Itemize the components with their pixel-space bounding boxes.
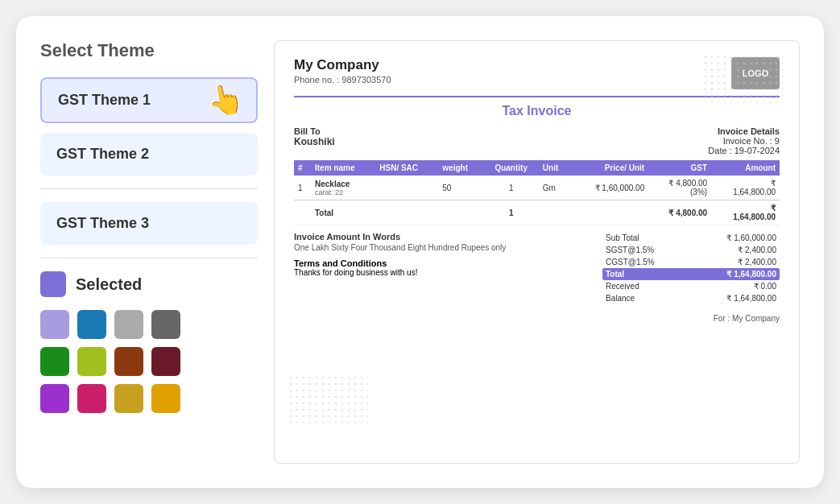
row-amount: ₹1,64,800.00 <box>711 176 780 200</box>
theme-divider <box>40 188 258 189</box>
invoice-title: Tax Invoice <box>294 104 780 118</box>
bill-to-section: Bill To Koushiki <box>294 126 335 155</box>
bill-details-row: Bill To Koushiki Invoice Details Invoice… <box>294 126 780 155</box>
invoice-panel: My Company Phone no. : 9897303570 LOGO T… <box>274 40 800 464</box>
total-empty-1 <box>294 200 311 225</box>
color-swatch-11[interactable] <box>151 384 180 413</box>
total-empty-2 <box>375 200 438 225</box>
total-row: Total 1 ₹ 4,800.00 ₹1,64,800.00 <box>294 200 780 225</box>
summary-row: Invoice Amount In Words One Lakh Sixty F… <box>294 232 780 304</box>
amount-words-label: Invoice Amount In Words <box>294 232 506 242</box>
row-price: ₹ 1,60,000.00 <box>571 176 649 200</box>
theme-option-3[interactable]: GST Theme 3 <box>40 202 258 245</box>
col-qty: Quantity <box>484 160 539 176</box>
col-amount: Amount <box>711 160 780 176</box>
col-unit: Unit <box>539 160 571 176</box>
total-qty: 1 <box>484 200 539 225</box>
color-swatch-3[interactable] <box>151 310 180 339</box>
col-hsn: HSN/ SAC <box>375 160 438 176</box>
selected-label: Selected <box>76 275 142 294</box>
row-hsn <box>375 176 438 200</box>
invoice-details-label: Invoice Details <box>708 126 780 136</box>
sgst-row: SGST@1.5% ₹ 2,400.00 <box>602 244 780 256</box>
col-price: Price/ Unit <box>571 160 649 176</box>
left-panel: Select Theme GST Theme 1 👆 GST Theme 2 G… <box>40 40 258 464</box>
theme-1-label: GST Theme 1 <box>58 92 151 108</box>
left-summary: Invoice Amount In Words One Lakh Sixty F… <box>294 232 506 304</box>
received-value: ₹ 0.00 <box>754 282 776 291</box>
company-name: My Company <box>294 57 391 73</box>
invoice-no: Invoice No. : 9 <box>708 136 780 146</box>
theme-3-label: GST Theme 3 <box>56 215 149 231</box>
total-empty-5 <box>571 200 649 225</box>
total-sum-label: Total <box>606 270 624 279</box>
cgst-label: CGST@1.5% <box>606 258 655 266</box>
company-phone: Phone no. : 9897303570 <box>294 75 391 85</box>
total-highlighted-row: Total ₹ 1,64,800.00 <box>602 268 780 280</box>
sgst-label: SGST@1.5% <box>606 246 654 254</box>
color-swatch-7[interactable] <box>151 347 180 376</box>
company-info: My Company Phone no. : 9897303570 <box>294 57 391 85</box>
terms-label: Terms and Conditions <box>294 258 506 268</box>
color-swatch-4[interactable] <box>40 347 69 376</box>
row-gst: ₹ 4,800.00(3%) <box>648 176 711 200</box>
row-num: 1 <box>294 176 311 200</box>
color-swatch-0[interactable] <box>40 310 69 339</box>
balance-row: Balance ₹ 1,64,800.00 <box>602 292 780 304</box>
row-weight: 50 <box>438 176 483 200</box>
terms-section: Terms and Conditions Thanks for doing bu… <box>294 258 506 277</box>
cursor-icon: 👆 <box>205 80 247 119</box>
total-label: Total <box>311 200 375 225</box>
select-theme-title: Select Theme <box>40 40 258 61</box>
cgst-row: CGST@1.5% ₹ 2,400.00 <box>602 256 780 268</box>
selected-section: Selected <box>40 271 258 297</box>
table-row: 1 Necklace carat: 22 50 1 Gm ₹ 1,60,000.… <box>294 176 780 200</box>
subtotal-value: ₹ 1,60,000.00 <box>726 233 776 242</box>
balance-value: ₹ 1,64,800.00 <box>726 294 776 303</box>
col-item: Item name <box>311 160 375 176</box>
invoice-date: Date : 19-07-2024 <box>708 146 780 155</box>
color-swatch-8[interactable] <box>40 384 69 413</box>
row-qty: 1 <box>484 176 539 200</box>
total-amount: ₹1,64,800.00 <box>711 200 780 225</box>
invoice-details-section: Invoice Details Invoice No. : 9 Date : 1… <box>708 126 780 155</box>
col-num: # <box>294 160 311 176</box>
dot-pattern-top <box>702 54 783 102</box>
subtotal-label: Sub Total <box>606 233 639 242</box>
color-swatch-2[interactable] <box>114 310 143 339</box>
subtotal-row: Sub Total ₹ 1,60,000.00 <box>602 232 780 244</box>
row-item: Necklace carat: 22 <box>311 176 375 200</box>
amount-words: Invoice Amount In Words One Lakh Sixty F… <box>294 232 506 252</box>
col-weight: weight <box>438 160 483 176</box>
received-label: Received <box>606 282 639 291</box>
col-gst: GST <box>648 160 711 176</box>
terms-text: Thanks for doing business with us! <box>294 268 506 277</box>
selected-color-box[interactable] <box>40 271 66 297</box>
main-container: Select Theme GST Theme 1 👆 GST Theme 2 G… <box>16 16 824 488</box>
color-swatch-1[interactable] <box>77 310 106 339</box>
totals-table: Sub Total ₹ 1,60,000.00 SGST@1.5% ₹ 2,40… <box>602 232 780 304</box>
for-company: For : My Company <box>294 314 780 323</box>
row-unit: Gm <box>539 176 571 200</box>
total-empty-3 <box>438 200 483 225</box>
color-swatch-9[interactable] <box>77 384 106 413</box>
dot-pattern-bottom <box>288 374 368 423</box>
total-empty-4 <box>539 200 571 225</box>
bill-to-label: Bill To <box>294 126 335 136</box>
received-row: Received ₹ 0.00 <box>602 280 780 292</box>
theme-2-label: GST Theme 2 <box>56 146 149 162</box>
theme-divider-2 <box>40 258 258 258</box>
total-gst: ₹ 4,800.00 <box>648 200 711 225</box>
color-swatch-6[interactable] <box>114 347 143 376</box>
color-swatch-5[interactable] <box>77 347 106 376</box>
sgst-value: ₹ 2,400.00 <box>738 246 776 254</box>
balance-label: Balance <box>606 294 635 303</box>
customer-name: Koushiki <box>294 136 335 147</box>
amount-words-text: One Lakh Sixty Four Thousand Eight Hundr… <box>294 243 506 252</box>
cgst-value: ₹ 2,400.00 <box>738 258 776 266</box>
invoice-table: # Item name HSN/ SAC weight Quantity Uni… <box>294 160 780 225</box>
theme-option-2[interactable]: GST Theme 2 <box>40 133 258 176</box>
color-swatch-10[interactable] <box>114 384 143 413</box>
theme-option-1[interactable]: GST Theme 1 👆 <box>40 77 258 123</box>
color-grid <box>40 310 258 413</box>
